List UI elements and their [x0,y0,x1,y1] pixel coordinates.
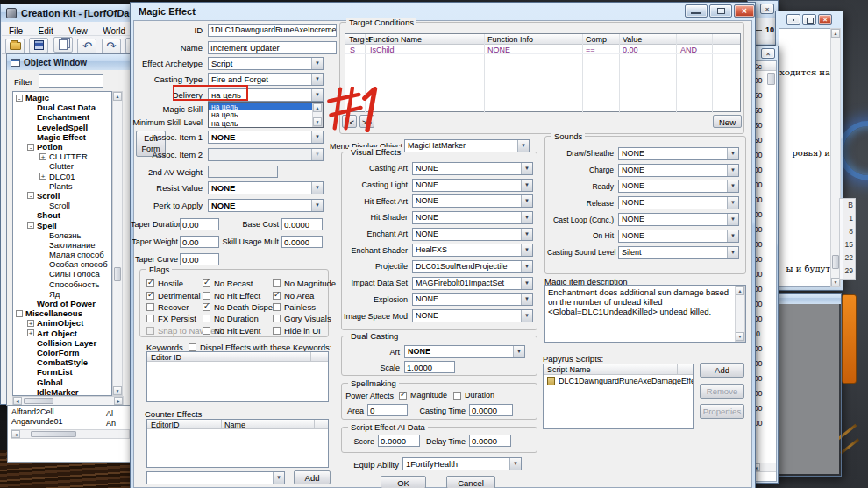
condition-new-button[interactable]: New [713,115,742,128]
flag-checkbox[interactable]: ✓No Recast [203,278,273,289]
close-icon[interactable]: × [734,4,755,18]
visual-effect-combo[interactable]: NONE▼ [412,179,533,192]
tree-item[interactable]: Заклинание [13,240,111,250]
scale-input[interactable]: 1.0000 [404,361,455,373]
tree-expander-icon[interactable]: + [27,320,34,327]
menu-display-combo[interactable]: MagicHatMarker▼ [404,139,530,152]
tree-item[interactable]: Clutter [13,161,111,171]
tree-item[interactable]: Dual Cast Data [13,103,111,112]
scroll-up-icon[interactable]: ▲ [113,92,122,101]
scroll-thumb[interactable] [832,255,839,269]
menu-item[interactable]: View [68,25,88,36]
tree-item[interactable]: Способность [13,279,111,289]
menu-item[interactable]: Edit [39,25,53,36]
flag-checkbox[interactable]: ✓Recover [146,301,203,313]
scroll-up-icon[interactable]: ▲ [736,286,744,295]
toolbar-button[interactable]: ↶ [77,39,96,54]
visual-effect-combo[interactable]: NONE▼ [412,293,533,306]
keywords-header[interactable]: Editor ID [147,352,328,362]
taper-curve-input[interactable]: 0.00 [180,253,219,265]
scroll-left-icon[interactable]: ◄ [13,397,22,405]
magnitude-checkbox[interactable]: ✓Magnitude [399,391,447,400]
sound-combo[interactable]: NONE▼ [618,230,739,243]
tree-item[interactable]: Scroll [13,201,111,210]
counter-effects-list[interactable]: EditorID Name [146,419,329,468]
flag-checkbox[interactable]: ✓No Area [273,289,331,301]
tree-scrollbar-vertical[interactable]: ▲ ▼ [112,91,123,396]
tree-item[interactable]: LeveledSpell [13,123,111,132]
flag-checkbox[interactable]: ✓Snap to Navmesh [146,325,203,336]
sound-combo[interactable]: NONE▼ [618,147,739,160]
area-input[interactable]: 0 [367,404,408,416]
delay-time-input[interactable]: 0.0000 [469,435,511,447]
flag-checkbox[interactable]: ✓Hide in UI [273,325,331,336]
tree-item[interactable]: FormList [13,367,111,377]
tree-item[interactable]: - Potion [13,142,111,152]
tree-item[interactable]: IdleMarker [13,387,111,396]
calendar-day[interactable]: 1 [840,212,855,225]
scrollbar-horizontal[interactable]: ◄ [11,429,130,439]
calendar-day[interactable]: 15 [840,238,855,251]
tree-item[interactable]: + DLC01 [13,172,111,181]
tree-item[interactable]: Особая способ [13,259,111,269]
tree-item[interactable]: + AnimObject [13,318,111,328]
tree-item[interactable]: Shout [13,210,111,220]
tree-item[interactable]: - Magic [13,93,111,103]
calendar-day[interactable]: 22 [840,251,855,265]
sound-combo[interactable]: NONE▼ [618,213,739,226]
counter-add-button[interactable]: Add [294,470,331,484]
dropdown-scrollbar[interactable]: ▲ ▼ [312,103,323,127]
scroll-right-icon[interactable]: ► [114,397,123,405]
tree-expander-icon[interactable]: - [16,310,23,317]
tree-item[interactable]: Global [13,377,111,386]
flag-checkbox[interactable]: ✓FX Persist [146,313,203,324]
document-content[interactable]: ходится на ровья) и ы и будут [779,28,833,287]
sound-combo[interactable]: NONE▼ [618,164,739,177]
sound-combo[interactable]: NONE▼ [618,196,739,209]
flag-checkbox[interactable]: ✓Gory Visuals [273,313,331,324]
visual-effect-combo[interactable]: HealFXS▼ [412,244,533,257]
description-box[interactable]: Enchantment does additional sun damage b… [544,285,746,343]
tree-item[interactable]: - Spell [13,220,111,230]
flag-checkbox[interactable]: ✓No Hit Effect [203,289,273,301]
tree-item[interactable]: Малая способ [13,250,111,259]
flag-checkbox[interactable]: ✓Painless [273,301,331,313]
tree-item[interactable]: - Scroll [13,191,111,201]
skill-usage-input[interactable]: 0.0000 [281,236,323,248]
flag-checkbox[interactable]: ✓No Magnitude [273,278,331,289]
script-add-button[interactable]: Add [700,363,744,378]
tree-expander-icon[interactable]: + [27,329,34,336]
counter-effects-header[interactable]: EditorID Name [147,420,328,429]
close-icon[interactable]: × [760,4,774,14]
scroll-thumb[interactable] [31,431,76,437]
flag-checkbox[interactable]: ✓Hostile [146,278,203,289]
dropdown-option[interactable]: на цель [209,110,312,118]
flag-checkbox[interactable]: ✓No Duration [203,313,273,324]
flag-checkbox[interactable]: ✓Detrimental [146,289,203,301]
tree-item[interactable]: Word of Power [13,299,111,308]
tree-item[interactable]: Болезнь [13,230,111,240]
scroll-up-icon[interactable]: ▲ [313,103,322,112]
visual-effect-combo[interactable]: NONE▼ [412,228,533,241]
tree-item[interactable]: + Art Object [13,329,111,338]
calendar-day[interactable]: В [840,199,855,212]
close-icon[interactable]: × [818,14,832,25]
id-input[interactable]: 1DLC1DawnguardRuneAxeIncrementIt [208,24,337,37]
tree-expander-icon[interactable]: + [39,153,46,160]
tree-item[interactable]: - Miscellaneous [13,308,111,318]
description-scrollbar[interactable]: ▲ ▼ [735,286,745,342]
resist-value-combo[interactable]: NONE▼ [208,181,324,194]
script-list-item[interactable]: DLC1DawnguardRuneAxeDamageEffectSCR [544,376,693,386]
casting-time-input[interactable]: 0.0000 [469,404,513,416]
visual-effect-combo[interactable]: NONE▼ [412,194,533,208]
visual-effect-combo[interactable]: NONE▼ [412,162,533,175]
papyrus-script-list[interactable]: Script Name DLC1DawnguardRuneAxeDamageEf… [543,364,694,429]
calendar-day[interactable]: 29 [840,265,855,278]
close-icon[interactable]: × [761,48,775,59]
scroll-down-icon[interactable]: ▼ [313,117,322,126]
visual-effect-combo[interactable]: DLC01SoulRendProjectile▼ [412,260,533,273]
visual-effect-combo[interactable]: MAGFirebolt01ImpactSet▼ [412,277,533,290]
perk-to-apply-combo[interactable]: NONE▼ [208,199,324,212]
tree-expander-icon[interactable]: - [16,95,23,102]
filter-input[interactable] [39,74,103,88]
